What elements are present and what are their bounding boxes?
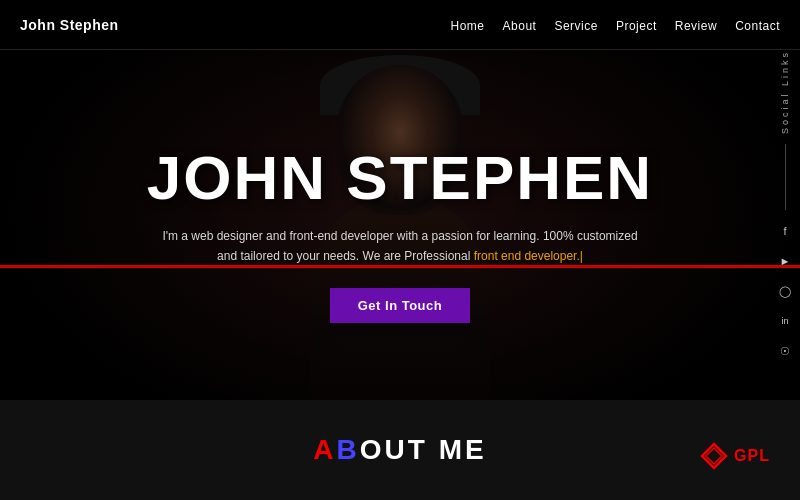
instagram-icon[interactable]: ◯ [774,280,796,302]
nav-contact[interactable]: Contact [735,19,780,33]
about-title-part1b: B [337,434,360,465]
gpl-label: GPL [734,447,770,465]
nav-home[interactable]: Home [451,19,485,33]
navbar-brand: John Stephen [20,17,119,33]
nav-service[interactable]: Service [554,19,598,33]
navbar-nav: Home About Service Project Review Contac… [451,16,780,34]
cta-button[interactable]: Get In Touch [330,288,470,323]
about-title-part1: A [313,434,336,465]
hero-title: JOHN STEPHEN [60,147,740,209]
nav-review[interactable]: Review [675,19,717,33]
linkedin-icon[interactable]: in [774,310,796,332]
nav-about[interactable]: About [503,19,537,33]
about-title: ABOUT ME [313,434,486,466]
hero-section: JOHN STEPHEN I'm a web designer and fron… [0,50,800,450]
gpl-badge: GPL [700,442,770,470]
gpl-diamond-icon [700,442,728,470]
social-links-label: Social Links [780,50,790,134]
about-title-part1c: OUT ME [360,434,487,465]
nav-project[interactable]: Project [616,19,657,33]
navbar: John Stephen Home About Service Project … [0,0,800,50]
facebook-icon[interactable]: f [774,220,796,242]
hero-content: JOHN STEPHEN I'm a web designer and fron… [0,147,800,322]
social-line [785,144,786,210]
social-links-sidebar: Social Links f ► ◯ in ☉ [770,50,800,370]
subtitle-cursor: | [580,249,583,263]
hero-subtitle: I'm a web designer and front-end develop… [160,227,640,265]
about-section: ABOUT ME GPL [0,400,800,500]
twitter-icon[interactable]: ► [774,250,796,272]
email-icon[interactable]: ☉ [774,340,796,362]
subtitle-highlight: front end developer. [474,249,580,263]
